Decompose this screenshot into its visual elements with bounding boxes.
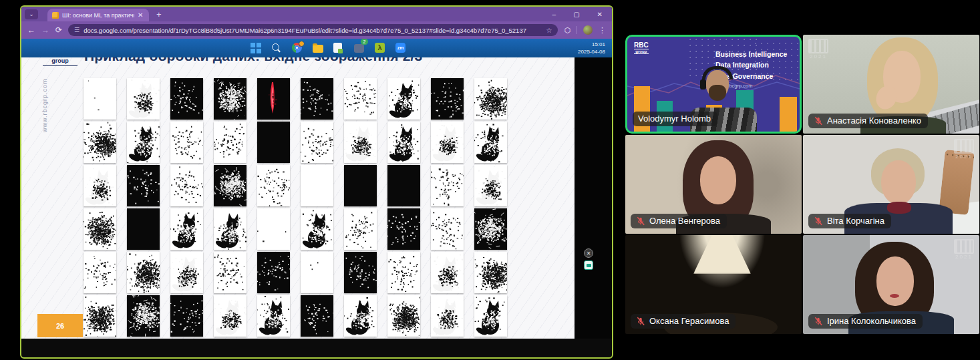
binarized-image-cell bbox=[214, 165, 247, 206]
participant-name-label: Ірина Колокольчикова bbox=[808, 314, 923, 329]
browser-titlebar: ⌄ ШІ: основи ML та практичні ке... ✕ + –… bbox=[21, 7, 612, 21]
binarized-image-cell bbox=[344, 165, 377, 206]
video-tile-olena[interactable]: Олена Венгерова bbox=[625, 135, 802, 234]
binarized-image-cell bbox=[127, 165, 160, 206]
windows-taskbar: 2 λ zm 15:01 2025-04-08 bbox=[21, 39, 612, 57]
tab-search-button[interactable]: ⌄ bbox=[25, 9, 38, 19]
taskbar-clock[interactable]: 15:01 2025-04-08 bbox=[578, 41, 605, 55]
binarized-image-cell bbox=[84, 165, 116, 206]
binarized-image-cell bbox=[344, 78, 377, 120]
binarized-image-cell bbox=[301, 165, 333, 206]
profile-avatar[interactable] bbox=[583, 25, 593, 35]
participant-name-label: Віта Корчагіна bbox=[808, 214, 891, 228]
binarized-image-cell bbox=[431, 78, 464, 120]
muted-mic-icon bbox=[636, 317, 645, 326]
chat-app-icon[interactable]: 2 bbox=[354, 43, 365, 53]
binarized-image-cell bbox=[301, 122, 333, 163]
binarized-image-cell bbox=[387, 208, 420, 250]
binarized-image-cell bbox=[214, 252, 247, 293]
binarized-image-cell bbox=[387, 295, 420, 337]
tab-title: ШІ: основи ML та практичні ке... bbox=[62, 12, 134, 19]
browser-menu-icon[interactable]: ⋮ bbox=[599, 26, 606, 35]
binarized-image-cell bbox=[84, 122, 116, 163]
rbc-group-logo: RBC group bbox=[634, 42, 649, 54]
video-tile-vita[interactable]: 2021 Віта Корчагіна bbox=[803, 135, 979, 234]
binarized-image-cell bbox=[387, 252, 420, 293]
video-tile-volodymyr[interactable]: RBC group Business Intelligence Data Int… bbox=[625, 35, 802, 134]
participant-name-label: Volodymyr Holomb bbox=[633, 112, 717, 126]
binarized-image-cell bbox=[170, 252, 203, 293]
browser-viewport: RBC group Приклад обробки даних: вхідне … bbox=[21, 39, 612, 339]
binarized-image-cell bbox=[257, 122, 290, 163]
binarized-image-cell bbox=[170, 78, 203, 120]
toolbar-divider bbox=[577, 26, 577, 34]
binarized-image-cell bbox=[257, 208, 290, 250]
video-tile-iryna[interactable]: 2021 Ірина Колокольчикова bbox=[803, 235, 979, 334]
binarized-image-cell bbox=[170, 295, 203, 337]
binarized-image-cell bbox=[214, 295, 247, 337]
binarized-image-cell bbox=[127, 78, 160, 120]
video-watermark: 2021 bbox=[954, 239, 974, 260]
person-lips bbox=[890, 294, 899, 298]
minimize-button[interactable]: – bbox=[552, 11, 556, 18]
maximize-button[interactable]: ▢ bbox=[573, 11, 579, 18]
binarized-image-cell bbox=[301, 208, 333, 250]
reload-icon[interactable]: ⟳ bbox=[55, 26, 62, 34]
zoom-app-icon[interactable]: zm bbox=[395, 43, 406, 53]
slide-side-url: www.rbcgrp.com bbox=[41, 78, 48, 132]
binarized-image-cell bbox=[84, 78, 116, 120]
file-explorer-icon[interactable] bbox=[313, 43, 323, 53]
bookmark-star-icon[interactable]: ☆ bbox=[546, 27, 552, 34]
video-tile-oksana[interactable]: Оксана Герасимова bbox=[625, 235, 802, 334]
slide-number-badge: 26 bbox=[37, 314, 83, 337]
extensions-icon[interactable]: ⬡ bbox=[564, 26, 570, 35]
binarized-image-cell bbox=[387, 122, 420, 163]
headphone-earcup bbox=[700, 79, 706, 89]
binarized-image-cell bbox=[431, 252, 464, 293]
participant-name-label: Оксана Герасимова bbox=[631, 314, 736, 329]
binarized-image-cell bbox=[127, 122, 160, 163]
binarized-image-cell bbox=[474, 122, 507, 163]
binarized-image-cell bbox=[257, 165, 290, 206]
binarized-image-cell bbox=[344, 295, 377, 337]
binarized-image-cell bbox=[474, 295, 507, 337]
clock-time: 15:01 bbox=[578, 41, 605, 48]
close-button[interactable]: ✕ bbox=[597, 11, 603, 18]
muted-mic-icon bbox=[636, 216, 645, 226]
binarized-image-cell bbox=[301, 78, 333, 120]
binarized-image-cell bbox=[431, 122, 464, 163]
start-button-icon[interactable] bbox=[251, 43, 261, 53]
binarized-grid bbox=[84, 78, 507, 337]
letterbox-column: ✕ bbox=[575, 39, 612, 339]
binarized-image-cell bbox=[214, 78, 247, 120]
forward-icon[interactable]: → bbox=[41, 26, 49, 34]
clock-date: 2025-04-08 bbox=[578, 48, 605, 55]
binarized-image-cell bbox=[474, 165, 507, 206]
binarized-image-cell bbox=[170, 165, 203, 206]
binarized-image-cell bbox=[474, 208, 507, 250]
notepad-icon[interactable] bbox=[333, 43, 344, 53]
back-icon[interactable]: ← bbox=[27, 26, 35, 34]
chrome-icon[interactable] bbox=[292, 43, 303, 53]
browser-tab[interactable]: ШІ: основи ML та практичні ке... ✕ bbox=[47, 9, 149, 21]
address-bar[interactable]: ☰ docs.google.com/presentation/d/1rDyTGc… bbox=[68, 24, 558, 36]
binarized-image-cell bbox=[170, 208, 203, 250]
anaconda-icon[interactable]: λ bbox=[375, 43, 385, 53]
binarized-image-cell bbox=[344, 208, 377, 250]
binarized-image-cell bbox=[127, 252, 160, 293]
tab-close-icon[interactable]: ✕ bbox=[138, 12, 143, 19]
presentation-slide: RBC group Приклад обробки даних: вхідне … bbox=[21, 39, 575, 339]
binarized-image-cell bbox=[387, 78, 420, 120]
annotation-camera-icon[interactable] bbox=[584, 260, 593, 270]
video-watermark: 2021 bbox=[808, 39, 828, 59]
video-tile-anastasiia[interactable]: 2021 Анастасія Коноваленко bbox=[803, 35, 979, 134]
slides-favicon-icon bbox=[52, 12, 59, 19]
annotation-close-icon[interactable]: ✕ bbox=[584, 248, 593, 258]
new-tab-button[interactable]: + bbox=[156, 9, 162, 19]
url-text: docs.google.com/presentation/d/1rDyTGc8i… bbox=[84, 27, 542, 34]
search-icon[interactable] bbox=[271, 43, 282, 53]
binarized-image-cell bbox=[214, 208, 247, 250]
participant-name-label: Олена Венгерова bbox=[631, 214, 727, 228]
binarized-image-cell bbox=[301, 252, 333, 293]
site-settings-icon[interactable]: ☰ bbox=[74, 27, 79, 33]
